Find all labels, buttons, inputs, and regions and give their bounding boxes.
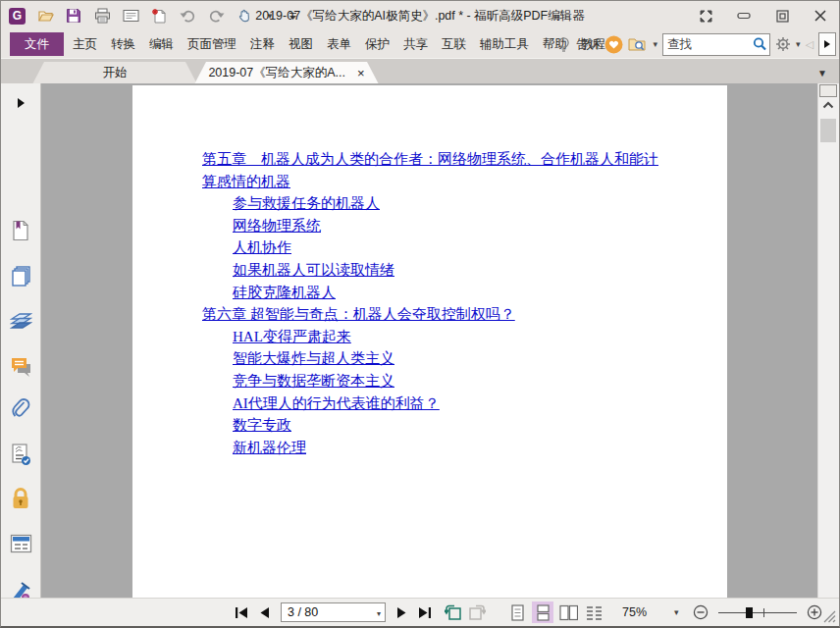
- toc-line: 智能大爆炸与超人类主义: [132, 347, 727, 370]
- toc-line: 数字专政: [132, 414, 727, 437]
- toc-link[interactable]: 数字专政: [233, 417, 291, 433]
- toc-link[interactable]: 如果机器人可以读取情绪: [233, 262, 394, 278]
- toc-link[interactable]: HAL变得严肃起来: [233, 329, 351, 344]
- open-file-icon[interactable]: [36, 7, 54, 25]
- last-page-icon[interactable]: [416, 603, 434, 621]
- maximize-icon[interactable]: [775, 9, 789, 23]
- search-icon[interactable]: [752, 36, 767, 52]
- toggle-ui-icon[interactable]: [699, 9, 712, 23]
- toc-link[interactable]: 算感情的机器: [202, 174, 290, 189]
- ribbon-tab[interactable]: 转换: [104, 36, 142, 53]
- close-icon[interactable]: [814, 9, 827, 23]
- toc-link[interactable]: 人机协作: [233, 239, 291, 255]
- ribbon-tab[interactable]: 注释: [243, 36, 282, 53]
- vertical-scrollbar[interactable]: [817, 83, 839, 599]
- redo-icon[interactable]: [207, 7, 225, 25]
- toc-link[interactable]: 第五章 机器人成为人类的合作者：网络物理系统、合作机器人和能计: [202, 151, 658, 167]
- page-number-combo[interactable]: 3 / 80 ▾: [281, 602, 386, 622]
- tellme-label[interactable]: 告诉: [576, 36, 600, 53]
- zoom-slider[interactable]: [718, 604, 797, 620]
- bookmarks-icon[interactable]: [9, 219, 32, 242]
- hand-tool-icon[interactable]: [236, 7, 253, 25]
- toc-line: 参与救援任务的机器人: [132, 192, 727, 215]
- toc-link[interactable]: 第六章 超智能与奇点：机器人会夺取控制权吗？: [202, 306, 515, 322]
- foxit-pdf-editor-window: G ▾: [0, 0, 840, 628]
- title-bar: G ▾: [1, 1, 839, 30]
- toc-line: 新机器伦理: [132, 437, 727, 459]
- email-icon[interactable]: [122, 7, 139, 25]
- ribbon-tab[interactable]: 编辑: [142, 36, 181, 53]
- navigation-sidebar: [1, 83, 41, 599]
- attachments-icon[interactable]: [9, 397, 32, 421]
- tab-start[interactable]: 开始: [32, 62, 197, 84]
- page-combo-caret[interactable]: ▾: [377, 609, 381, 618]
- tab-list-caret[interactable]: ▼: [817, 68, 827, 78]
- toc-link[interactable]: 竞争与数据垄断资本主义: [233, 373, 394, 389]
- zoom-slider-track: [718, 612, 797, 613]
- first-page-icon[interactable]: [233, 603, 250, 621]
- gear-icon[interactable]: [775, 36, 791, 52]
- zoom-in-icon[interactable]: [806, 603, 823, 621]
- ribbon-tab[interactable]: 主页: [66, 36, 104, 53]
- ribbon-tab[interactable]: 互联: [435, 36, 473, 53]
- scrollbar-thumb[interactable]: [820, 119, 836, 142]
- ribbon-tab[interactable]: 辅助工具: [473, 36, 536, 53]
- toc-link[interactable]: 网络物理系统: [233, 218, 321, 234]
- zoom-caret[interactable]: ▾: [674, 608, 679, 617]
- toc-line: 竞争与数据垄断资本主义: [132, 370, 727, 392]
- folder-search-caret[interactable]: ▾: [653, 40, 657, 49]
- zoom-slider-handle[interactable]: [746, 607, 753, 618]
- undo-icon[interactable]: [179, 7, 196, 25]
- minimize-icon[interactable]: [737, 9, 751, 23]
- next-page-icon[interactable]: [393, 603, 410, 621]
- layers-icon[interactable]: [9, 309, 32, 333]
- page-thumbnails-icon[interactable]: [9, 264, 32, 288]
- expand-toolbar-button[interactable]: [818, 32, 836, 56]
- toc-link[interactable]: 智能大爆炸与超人类主义: [233, 350, 394, 366]
- toc-link[interactable]: 硅胶克隆机器人: [233, 285, 336, 300]
- prev-page-icon[interactable]: [256, 603, 274, 621]
- status-bar: 3 / 80 ▾: [1, 598, 839, 626]
- single-page-icon[interactable]: [506, 602, 528, 623]
- tab-close-icon[interactable]: ×: [357, 66, 365, 80]
- resize-grip-icon[interactable]: [822, 609, 836, 623]
- pdf-page: 第五章 机器人成为人类的合作者：网络物理系统、合作机器人和能计 算感情的机器 参…: [132, 85, 727, 599]
- ribbon-tab[interactable]: 视图: [282, 36, 320, 53]
- file-menu-button[interactable]: 文件: [10, 32, 64, 56]
- toc-link[interactable]: 参与救援任务的机器人: [233, 195, 380, 211]
- new-from-template-icon[interactable]: [150, 7, 168, 25]
- heart-icon[interactable]: [604, 35, 623, 54]
- document-tab-bar: 开始 2019-07《写给大家的A... × ▼: [1, 58, 839, 84]
- gear-caret[interactable]: ▾: [796, 40, 801, 49]
- toc-link[interactable]: 新机器伦理: [233, 440, 306, 455]
- comments-icon[interactable]: [9, 355, 32, 379]
- toc-line: 人机协作: [132, 236, 727, 259]
- save-icon[interactable]: [65, 7, 82, 25]
- form-fields-icon[interactable]: [9, 532, 32, 555]
- ribbon-tab[interactable]: 表单: [320, 36, 358, 53]
- foxit-logo[interactable]: G: [9, 8, 26, 25]
- lightbulb-icon[interactable]: [556, 36, 571, 53]
- folder-search-icon[interactable]: [628, 36, 648, 53]
- facing-icon[interactable]: [557, 602, 579, 623]
- print-icon[interactable]: [93, 7, 111, 25]
- zoom-out-icon[interactable]: [692, 603, 709, 621]
- scrollbar-top-button[interactable]: [819, 84, 837, 97]
- digital-signatures-icon[interactable]: [9, 443, 32, 466]
- zoom-level-label[interactable]: 75%: [622, 605, 647, 619]
- toc-line: 硅胶克隆机器人: [132, 282, 727, 304]
- ribbon-tab[interactable]: 页面管理: [181, 36, 243, 53]
- ribbon-tab[interactable]: 保护: [358, 36, 396, 53]
- ribbon-tab[interactable]: 共享: [396, 36, 435, 53]
- tab-document[interactable]: 2019-07《写给大家的A... ×: [194, 62, 379, 84]
- previous-view-icon[interactable]: [445, 603, 462, 621]
- toc-line: HAL变得严肃起来: [132, 326, 727, 348]
- expand-panel-icon[interactable]: [9, 91, 32, 115]
- security-icon[interactable]: [9, 487, 32, 510]
- scroll-tabs-left-icon: ◁: [806, 38, 814, 51]
- continuous-icon[interactable]: [532, 602, 553, 623]
- find-box: [662, 33, 770, 56]
- continuous-facing-icon[interactable]: [583, 602, 604, 623]
- scroll-up-icon[interactable]: [822, 101, 834, 109]
- toc-link[interactable]: AI代理人的行为代表谁的利益？: [233, 395, 440, 411]
